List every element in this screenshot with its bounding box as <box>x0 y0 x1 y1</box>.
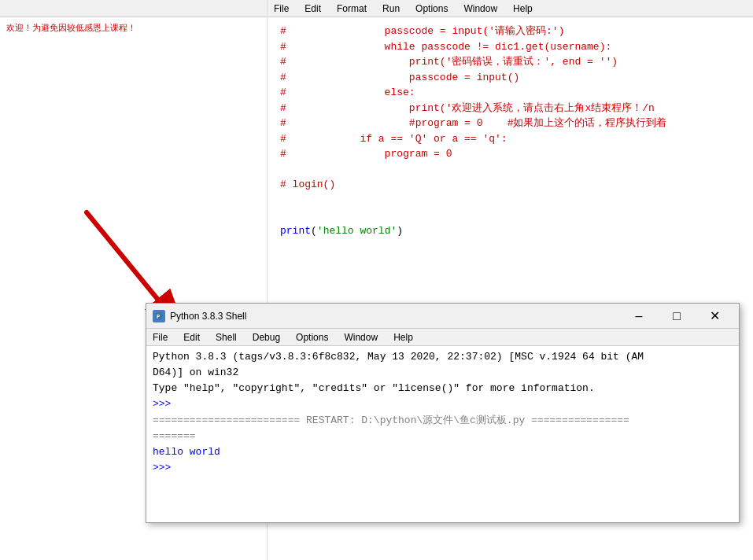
shell-line-6: ======= <box>153 429 733 444</box>
menu-file[interactable]: File <box>271 3 292 14</box>
code-line-5: # else: <box>280 85 740 101</box>
shell-menu-shell[interactable]: Shell <box>212 332 240 343</box>
code-line-7: # #program = 0 #如果加上这个的话，程序执行到着 <box>280 116 740 131</box>
shell-menu-edit[interactable]: Edit <box>180 332 203 343</box>
menu-window[interactable]: Window <box>460 3 500 14</box>
shell-title: Python 3.8.3 Shell <box>170 311 621 322</box>
code-line-8: # if a == 'Q' or a == 'q': <box>280 131 740 147</box>
editor-menubar-left[interactable] <box>0 0 267 17</box>
shell-line-8: >>> <box>153 460 733 476</box>
shell-titlebar[interactable]: P Python 3.8.3 Shell – □ ✕ <box>146 304 739 329</box>
code-line-1: # passcode = input('请输入密码:') <box>280 24 740 39</box>
code-line-14: print('hello world') <box>280 223 740 239</box>
shell-window: P Python 3.8.3 Shell – □ ✕ File Edit She… <box>146 303 740 523</box>
code-line-3: # print('密码错误，请重试：', end = '') <box>280 54 740 70</box>
code-line-10 <box>280 162 740 178</box>
svg-text:P: P <box>157 314 160 320</box>
minimize-button[interactable]: – <box>621 305 657 327</box>
menu-edit[interactable]: Edit <box>301 3 324 14</box>
left-panel-error: 欢迎！为避免因较低感恩上课程！ <box>0 17 267 39</box>
code-line-11: # login() <box>280 177 740 193</box>
code-line-2: # while passcode != dic1.get(username): <box>280 39 740 55</box>
code-line-12 <box>280 193 740 208</box>
shell-menubar[interactable]: File Edit Shell Debug Options Window Hel… <box>146 329 739 346</box>
shell-menu-help[interactable]: Help <box>390 332 416 343</box>
shell-line-1: Python 3.8.3 (tags/v3.8.3:6f8c832, May 1… <box>153 349 733 365</box>
shell-menu-options[interactable]: Options <box>293 332 331 343</box>
code-line-6: # print('欢迎进入系统，请点击右上角x结束程序！/n <box>280 101 740 116</box>
maximize-button[interactable]: □ <box>659 305 695 327</box>
editor-menubar[interactable]: File Edit Format Run Options Window Help <box>268 0 753 17</box>
code-line-9: # program = 0 <box>280 146 740 162</box>
menu-format[interactable]: Format <box>334 3 370 14</box>
code-line-13 <box>280 208 740 223</box>
menu-options[interactable]: Options <box>412 3 451 14</box>
shell-content-area[interactable]: Python 3.8.3 (tags/v3.8.3:6f8c832, May 1… <box>146 346 739 522</box>
shell-line-7: hello world <box>153 444 733 460</box>
shell-line-5: ======================== RESTART: D:\pyt… <box>153 413 733 429</box>
menu-run[interactable]: Run <box>379 3 403 14</box>
editor-code-area[interactable]: # passcode = input('请输入密码:') # while pas… <box>268 17 753 245</box>
menu-help[interactable]: Help <box>510 3 536 14</box>
close-button[interactable]: ✕ <box>696 305 733 327</box>
shell-menu-window[interactable]: Window <box>341 332 381 343</box>
python-icon: P <box>153 310 165 322</box>
shell-menu-file[interactable]: File <box>149 332 171 343</box>
shell-line-4: >>> <box>153 396 733 412</box>
window-controls[interactable]: – □ ✕ <box>621 305 733 327</box>
code-line-4: # passcode = input() <box>280 70 740 86</box>
shell-line-2: D64)] on win32 <box>153 365 733 381</box>
shell-menu-debug[interactable]: Debug <box>249 332 283 343</box>
shell-line-3: Type "help", "copyright", "credits" or "… <box>153 381 733 396</box>
